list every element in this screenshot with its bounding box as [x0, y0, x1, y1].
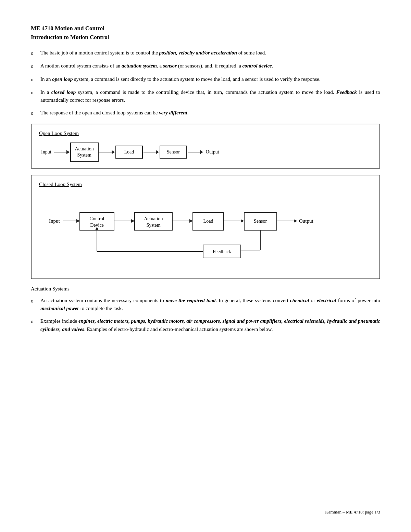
arrow-3: [144, 150, 159, 154]
arrow-line: [54, 152, 66, 152]
open-loop-box-actuation: ActuationSystem: [70, 143, 99, 162]
closed-loop-diagram: Closed Loop System Input Control Device …: [31, 175, 380, 279]
list-item: o The response of the open and closed lo…: [31, 109, 380, 117]
open-loop-box-sensor: Sensor: [160, 146, 187, 159]
actuation-bullet-list: o An actuation system contains the neces…: [31, 297, 380, 333]
box-actuation-text1: Actuation: [144, 216, 163, 221]
section-heading-actuation: Actuation Systems: [31, 286, 380, 292]
footer: Kamman – ME 4710: page 1/3: [325, 509, 380, 515]
arrow-input: [76, 219, 80, 223]
bullet-marker: o: [31, 109, 40, 117]
arrow-line: [144, 152, 156, 152]
bullet-marker: o: [31, 88, 40, 97]
open-loop-row: Input ActuationSystem Load Sensor Output: [39, 143, 372, 162]
arrow-head: [156, 150, 159, 154]
box-sensor-text: Sensor: [254, 219, 267, 224]
open-loop-box-load: Load: [115, 146, 143, 159]
arrow-head: [112, 150, 115, 154]
arrow-sensor-output: [294, 219, 297, 223]
closed-loop-input-label: Input: [49, 218, 60, 224]
bullet-marker: o: [31, 297, 40, 305]
arrow-line: [188, 152, 200, 152]
box-load-text: Load: [203, 219, 213, 224]
arrow-4: [188, 150, 203, 154]
arrow-head: [66, 150, 70, 154]
arrow-1: [54, 150, 70, 154]
box-feedback-text: Feedback: [213, 249, 231, 254]
bullet-text: Examples include engines, electric motor…: [40, 317, 380, 333]
list-item: o The basic job of a motion control syst…: [31, 49, 380, 57]
arrow-as-load: [189, 219, 193, 223]
bullet-text: In a closed loop system, a command is ma…: [40, 88, 380, 104]
intro-bullet-list: o The basic job of a motion control syst…: [31, 49, 380, 117]
arrow-cd-as: [131, 219, 135, 223]
open-loop-diagram: Open Loop System Input ActuationSystem L…: [31, 124, 380, 169]
arrow-line: [99, 152, 112, 152]
list-item: o A motion control system consists of an…: [31, 62, 380, 70]
box-actuation-text2: System: [146, 223, 160, 228]
bullet-marker: o: [31, 49, 40, 57]
arrow-head: [200, 150, 203, 154]
bullet-text: The basic job of a motion control system…: [40, 49, 380, 57]
bullet-marker: o: [31, 75, 40, 84]
bullet-text: In an open loop system, a command is sen…: [40, 75, 380, 83]
open-loop-input: Input: [41, 149, 51, 155]
open-loop-title: Open Loop System: [39, 131, 79, 136]
list-item: o Examples include engines, electric mot…: [31, 317, 380, 333]
arrow-2: [99, 150, 115, 154]
arrow-load-sensor: [241, 219, 244, 223]
bullet-text: A motion control system consists of an a…: [40, 62, 380, 70]
bullet-marker: o: [31, 317, 40, 325]
list-item: o An actuation system contains the neces…: [31, 297, 380, 313]
list-item: o In an open loop system, a command is s…: [31, 75, 380, 84]
closed-loop-title: Closed Loop System: [39, 182, 82, 187]
open-loop-output: Output: [206, 149, 219, 155]
closed-loop-svg: Input Control Device Actuation System Lo…: [39, 194, 372, 272]
bullet-marker: o: [31, 62, 40, 70]
list-item: o In a closed loop system, a command is …: [31, 88, 380, 104]
bullet-text: The response of the open and closed loop…: [40, 109, 380, 117]
box-control-device-text1: Control: [90, 216, 104, 221]
page-title: ME 4710 Motion and Control Introduction …: [31, 24, 380, 41]
closed-loop-output-label: Output: [299, 218, 314, 224]
bullet-text: An actuation system contains the necessa…: [40, 297, 380, 313]
